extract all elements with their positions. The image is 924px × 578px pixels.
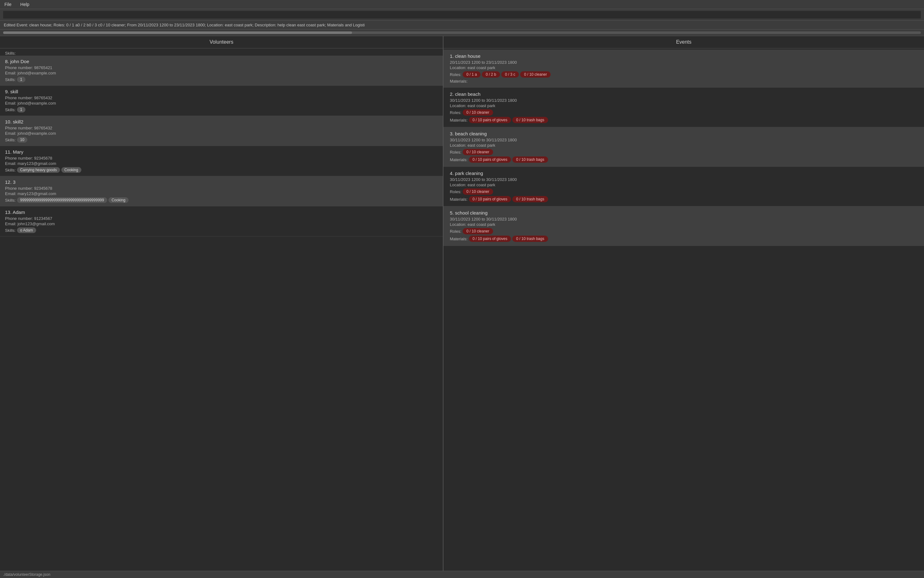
event-name: 3. beach cleaning bbox=[450, 131, 918, 136]
material-badge: 0 / 10 trash bags bbox=[512, 196, 548, 202]
volunteer-name: 9. skill bbox=[5, 89, 438, 94]
volunteer-item[interactable]: 8. john DoePhone number: 98765421Email: … bbox=[0, 55, 443, 86]
volunteer-name: 10. skill2 bbox=[5, 119, 438, 124]
materials-row: Materials:0 / 10 pairs of gloves0 / 10 t… bbox=[450, 117, 918, 123]
role-badge: 0 / 2 b bbox=[482, 71, 500, 78]
volunteer-phone: Phone number: 98765421 bbox=[5, 65, 438, 70]
skills-label: Skills: bbox=[5, 198, 16, 203]
skills-label: Skills: bbox=[5, 77, 16, 82]
roles-row: Roles:0 / 10 cleaner bbox=[450, 228, 918, 234]
volunteer-item[interactable]: 9. skillPhone number: 98765432Email: joh… bbox=[0, 86, 443, 116]
event-datetime: 30/11/2023 1200 to 30/11/2023 1800 bbox=[450, 217, 918, 221]
status-bar: Edited Event: clean house; Roles: 0 / 1 … bbox=[0, 21, 924, 29]
command-input[interactable] bbox=[3, 11, 921, 18]
materials-row: Materials:0 / 10 pairs of gloves0 / 10 t… bbox=[450, 156, 918, 163]
materials-row: Materials: bbox=[450, 79, 918, 84]
event-item[interactable]: 3. beach cleaning30/11/2023 1200 to 30/1… bbox=[444, 127, 924, 167]
skill-badge: o Adam bbox=[17, 227, 36, 233]
materials-label: Materials: bbox=[450, 197, 467, 202]
skill-badge: Carrying heavy goods bbox=[17, 167, 60, 173]
materials-row: Materials:0 / 10 pairs of gloves0 / 10 t… bbox=[450, 196, 918, 202]
role-badge: 0 / 10 cleaner bbox=[520, 71, 551, 78]
event-location: Location: east coast park bbox=[450, 103, 918, 108]
materials-label: Materials: bbox=[450, 157, 467, 162]
skill-badge: 10 bbox=[17, 137, 27, 143]
volunteer-phone: Phone number: 98765432 bbox=[5, 96, 438, 100]
role-badge: 0 / 10 cleaner bbox=[463, 149, 493, 155]
role-badge: 0 / 10 cleaner bbox=[463, 109, 493, 115]
event-location: Location: east coast park bbox=[450, 65, 918, 70]
role-badge: 0 / 10 cleaner bbox=[463, 188, 493, 195]
volunteer-item[interactable]: 10. skill2Phone number: 98765432Email: j… bbox=[0, 116, 443, 146]
roles-row: Roles:0 / 10 cleaner bbox=[450, 109, 918, 115]
status-text: Edited Event: clean house; Roles: 0 / 1 … bbox=[4, 23, 364, 27]
roles-row: Roles:0 / 10 cleaner bbox=[450, 188, 918, 195]
roles-row: Roles:0 / 10 cleaner bbox=[450, 149, 918, 155]
skill-badge: Cooking bbox=[61, 167, 81, 173]
role-badge: 0 / 1 a bbox=[463, 71, 480, 78]
file-menu[interactable]: File bbox=[3, 1, 13, 8]
volunteers-panel: Volunteers Skills:8. john DoePhone numbe… bbox=[0, 36, 444, 571]
materials-label: Materials: bbox=[450, 237, 467, 241]
event-name: 2. clean beach bbox=[450, 91, 918, 97]
roles-label: Roles: bbox=[450, 229, 461, 234]
skill-badge: 1 bbox=[17, 107, 26, 112]
skill-badge: 9999999999999999999999999999999999999999 bbox=[17, 197, 107, 203]
volunteer-email: Email: johnd@example.com bbox=[5, 71, 438, 75]
help-menu[interactable]: Help bbox=[18, 1, 31, 8]
progress-area bbox=[0, 29, 924, 36]
volunteer-phone: Phone number: 91234567 bbox=[5, 216, 438, 221]
volunteer-email: Email: mary123@gmail.com bbox=[5, 191, 438, 196]
volunteer-email: Email: john123@gmail.com bbox=[5, 221, 438, 226]
volunteer-name: 13. Adam bbox=[5, 209, 438, 215]
skill-badge: 1 bbox=[17, 77, 26, 82]
material-badge: 0 / 10 pairs of gloves bbox=[469, 156, 511, 163]
events-header: Events bbox=[444, 36, 924, 49]
roles-label: Roles: bbox=[450, 110, 461, 115]
material-badge: 0 / 10 trash bags bbox=[512, 235, 548, 242]
material-badge: 0 / 10 trash bags bbox=[512, 117, 548, 123]
volunteer-name: 11. Mary bbox=[5, 149, 438, 154]
volunteer-email: Email: johnd@example.com bbox=[5, 131, 438, 136]
material-badge: 0 / 10 pairs of gloves bbox=[469, 196, 511, 202]
skills-row: Skills:10 bbox=[5, 137, 438, 143]
event-name: 1. clean house bbox=[450, 54, 918, 59]
materials-label: Materials: bbox=[450, 118, 467, 122]
events-panel: Events 1. clean house20/11/2023 1200 to … bbox=[444, 36, 924, 571]
material-badge: 0 / 10 pairs of gloves bbox=[469, 117, 511, 123]
event-item[interactable]: 5. school cleaning30/11/2023 1200 to 30/… bbox=[444, 206, 924, 246]
materials-label: Materials: bbox=[450, 79, 467, 84]
event-location: Location: east coast park bbox=[450, 222, 918, 227]
role-badge: 0 / 3 c bbox=[501, 71, 519, 78]
skills-label: Skills: bbox=[5, 107, 16, 112]
events-list[interactable]: 1. clean house20/11/2023 1200 to 23/11/2… bbox=[444, 49, 924, 571]
menu-bar: File Help bbox=[0, 0, 924, 9]
progress-bar-fill bbox=[3, 31, 352, 34]
events-title: Events bbox=[676, 39, 691, 45]
volunteer-phone: Phone number: 92345678 bbox=[5, 186, 438, 191]
volunteers-list[interactable]: Skills:8. john DoePhone number: 98765421… bbox=[0, 49, 443, 571]
event-name: 4. park cleaning bbox=[450, 170, 918, 176]
volunteers-header: Volunteers bbox=[0, 36, 443, 49]
role-badge: 0 / 10 cleaner bbox=[463, 228, 493, 234]
skill-badge: Cooking bbox=[109, 197, 129, 203]
volunteer-email: Email: mary123@gmail.com bbox=[5, 161, 438, 166]
materials-row: Materials:0 / 10 pairs of gloves0 / 10 t… bbox=[450, 235, 918, 242]
roles-label: Roles: bbox=[450, 190, 461, 194]
volunteer-item[interactable]: 12. 3Phone number: 92345678Email: mary12… bbox=[0, 176, 443, 206]
command-bar bbox=[0, 9, 924, 21]
event-name: 5. school cleaning bbox=[450, 210, 918, 216]
volunteers-title: Volunteers bbox=[210, 39, 234, 45]
skills-row: Skills:1 bbox=[5, 107, 438, 112]
volunteer-item[interactable]: 11. MaryPhone number: 92345678Email: mar… bbox=[0, 146, 443, 176]
volunteer-phone: Phone number: 92345678 bbox=[5, 156, 438, 161]
event-item[interactable]: 1. clean house20/11/2023 1200 to 23/11/2… bbox=[444, 50, 924, 88]
main-content: Volunteers Skills:8. john DoePhone numbe… bbox=[0, 36, 924, 571]
event-item[interactable]: 4. park cleaning30/11/2023 1200 to 30/11… bbox=[444, 167, 924, 206]
event-item[interactable]: 2. clean beach30/11/2023 1200 to 30/11/2… bbox=[444, 88, 924, 127]
event-location: Location: east coast park bbox=[450, 182, 918, 187]
roles-label: Roles: bbox=[450, 72, 461, 77]
skills-label: Skills: bbox=[5, 168, 16, 172]
volunteer-item[interactable]: 13. AdamPhone number: 91234567Email: joh… bbox=[0, 206, 443, 237]
event-datetime: 30/11/2023 1200 to 30/11/2023 1800 bbox=[450, 138, 918, 142]
